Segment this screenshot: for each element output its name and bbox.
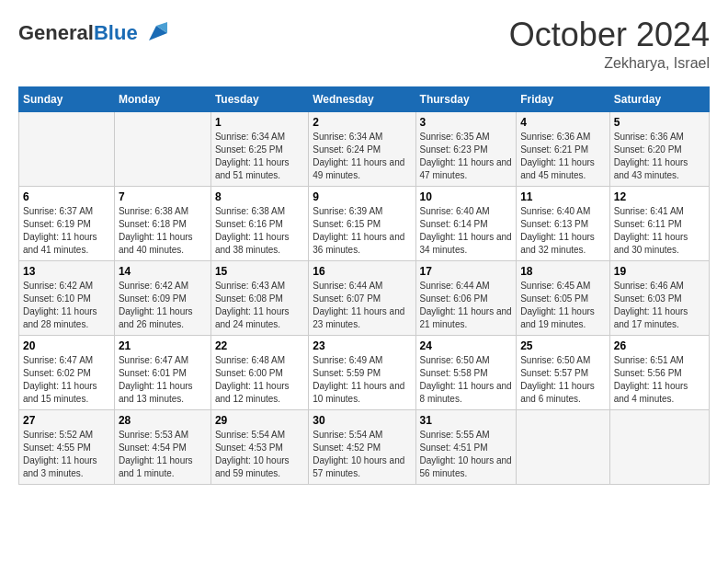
day-number: 27 bbox=[23, 414, 110, 427]
day-info: Sunrise: 6:41 AM Sunset: 6:11 PM Dayligh… bbox=[614, 205, 705, 257]
day-info: Sunrise: 6:51 AM Sunset: 5:56 PM Dayligh… bbox=[614, 354, 705, 406]
logo-general: General bbox=[18, 21, 94, 44]
day-number: 19 bbox=[614, 265, 705, 278]
day-info: Sunrise: 6:46 AM Sunset: 6:03 PM Dayligh… bbox=[614, 280, 705, 331]
calendar-cell: 26Sunrise: 6:51 AM Sunset: 5:56 PM Dayli… bbox=[609, 336, 709, 410]
logo-icon bbox=[142, 18, 171, 48]
calendar-cell: 17Sunrise: 6:44 AM Sunset: 6:06 PM Dayli… bbox=[415, 261, 517, 336]
weekday-header: Saturday bbox=[609, 87, 709, 112]
day-info: Sunrise: 6:43 AM Sunset: 6:08 PM Dayligh… bbox=[215, 280, 304, 331]
day-info: Sunrise: 6:42 AM Sunset: 6:09 PM Dayligh… bbox=[119, 280, 207, 331]
day-info: Sunrise: 6:48 AM Sunset: 6:00 PM Dayligh… bbox=[215, 354, 304, 406]
calendar-cell: 19Sunrise: 6:46 AM Sunset: 6:03 PM Dayli… bbox=[609, 261, 709, 336]
month-title: October 2024 bbox=[509, 18, 710, 52]
weekday-header: Sunday bbox=[19, 87, 115, 112]
day-number: 17 bbox=[420, 265, 513, 278]
day-number: 8 bbox=[215, 190, 304, 203]
weekday-header-row: SundayMondayTuesdayWednesdayThursdayFrid… bbox=[19, 87, 710, 112]
day-number: 4 bbox=[520, 116, 606, 129]
day-number: 13 bbox=[23, 265, 110, 278]
day-number: 7 bbox=[119, 190, 207, 203]
weekday-header: Monday bbox=[114, 87, 210, 112]
weekday-header: Wednesday bbox=[309, 87, 415, 112]
day-info: Sunrise: 6:47 AM Sunset: 6:02 PM Dayligh… bbox=[23, 354, 110, 406]
day-number: 21 bbox=[119, 339, 207, 352]
calendar-week-row: 27Sunrise: 5:52 AM Sunset: 4:55 PM Dayli… bbox=[19, 410, 710, 485]
day-number: 22 bbox=[215, 339, 304, 352]
day-number: 5 bbox=[614, 116, 705, 129]
day-info: Sunrise: 6:35 AM Sunset: 6:23 PM Dayligh… bbox=[420, 131, 513, 182]
location: Zekharya, Israel bbox=[509, 55, 710, 72]
day-info: Sunrise: 5:53 AM Sunset: 4:54 PM Dayligh… bbox=[119, 429, 207, 480]
calendar-cell: 6Sunrise: 6:37 AM Sunset: 6:19 PM Daylig… bbox=[19, 187, 115, 261]
calendar-cell: 1Sunrise: 6:34 AM Sunset: 6:25 PM Daylig… bbox=[210, 112, 308, 187]
calendar-cell bbox=[114, 112, 210, 187]
day-number: 12 bbox=[614, 190, 705, 203]
day-number: 25 bbox=[520, 339, 606, 352]
calendar-week-row: 6Sunrise: 6:37 AM Sunset: 6:19 PM Daylig… bbox=[19, 187, 710, 261]
calendar-week-row: 1Sunrise: 6:34 AM Sunset: 6:25 PM Daylig… bbox=[19, 112, 710, 187]
day-number: 15 bbox=[215, 265, 304, 278]
day-info: Sunrise: 6:39 AM Sunset: 6:15 PM Dayligh… bbox=[313, 205, 411, 257]
calendar-cell: 21Sunrise: 6:47 AM Sunset: 6:01 PM Dayli… bbox=[114, 336, 210, 410]
day-info: Sunrise: 6:40 AM Sunset: 6:14 PM Dayligh… bbox=[420, 205, 513, 257]
calendar-cell: 31Sunrise: 5:55 AM Sunset: 4:51 PM Dayli… bbox=[415, 410, 517, 485]
calendar-cell: 14Sunrise: 6:42 AM Sunset: 6:09 PM Dayli… bbox=[114, 261, 210, 336]
calendar-cell: 13Sunrise: 6:42 AM Sunset: 6:10 PM Dayli… bbox=[19, 261, 115, 336]
calendar-cell: 11Sunrise: 6:40 AM Sunset: 6:13 PM Dayli… bbox=[517, 187, 610, 261]
calendar-cell bbox=[19, 112, 115, 187]
day-info: Sunrise: 5:54 AM Sunset: 4:53 PM Dayligh… bbox=[215, 429, 304, 480]
calendar-cell: 3Sunrise: 6:35 AM Sunset: 6:23 PM Daylig… bbox=[415, 112, 517, 187]
day-number: 28 bbox=[119, 414, 207, 427]
calendar-cell: 28Sunrise: 5:53 AM Sunset: 4:54 PM Dayli… bbox=[114, 410, 210, 485]
day-number: 3 bbox=[420, 116, 513, 129]
day-info: Sunrise: 6:34 AM Sunset: 6:24 PM Dayligh… bbox=[313, 131, 411, 182]
calendar-cell: 29Sunrise: 5:54 AM Sunset: 4:53 PM Dayli… bbox=[210, 410, 308, 485]
day-info: Sunrise: 5:54 AM Sunset: 4:52 PM Dayligh… bbox=[313, 429, 411, 480]
calendar-cell: 4Sunrise: 6:36 AM Sunset: 6:21 PM Daylig… bbox=[517, 112, 610, 187]
day-info: Sunrise: 6:44 AM Sunset: 6:07 PM Dayligh… bbox=[313, 280, 411, 331]
page-header: GeneralBlue October 2024 Zekharya, Israe… bbox=[18, 18, 710, 72]
weekday-header: Thursday bbox=[415, 87, 517, 112]
day-number: 10 bbox=[420, 190, 513, 203]
day-info: Sunrise: 6:38 AM Sunset: 6:16 PM Dayligh… bbox=[215, 205, 304, 257]
title-block: October 2024 Zekharya, Israel bbox=[509, 18, 710, 72]
logo-text: GeneralBlue bbox=[18, 22, 138, 44]
calendar-table: SundayMondayTuesdayWednesdayThursdayFrid… bbox=[18, 86, 710, 485]
calendar-cell: 7Sunrise: 6:38 AM Sunset: 6:18 PM Daylig… bbox=[114, 187, 210, 261]
day-number: 11 bbox=[520, 190, 606, 203]
calendar-cell: 18Sunrise: 6:45 AM Sunset: 6:05 PM Dayli… bbox=[517, 261, 610, 336]
calendar-cell: 5Sunrise: 6:36 AM Sunset: 6:20 PM Daylig… bbox=[609, 112, 709, 187]
logo: GeneralBlue bbox=[18, 18, 171, 48]
day-number: 26 bbox=[614, 339, 705, 352]
weekday-header: Tuesday bbox=[210, 87, 308, 112]
calendar-cell: 24Sunrise: 6:50 AM Sunset: 5:58 PM Dayli… bbox=[415, 336, 517, 410]
calendar-cell: 2Sunrise: 6:34 AM Sunset: 6:24 PM Daylig… bbox=[309, 112, 415, 187]
day-info: Sunrise: 5:52 AM Sunset: 4:55 PM Dayligh… bbox=[23, 429, 110, 480]
day-info: Sunrise: 6:38 AM Sunset: 6:18 PM Dayligh… bbox=[119, 205, 207, 257]
calendar-week-row: 13Sunrise: 6:42 AM Sunset: 6:10 PM Dayli… bbox=[19, 261, 710, 336]
calendar-cell: 25Sunrise: 6:50 AM Sunset: 5:57 PM Dayli… bbox=[517, 336, 610, 410]
day-info: Sunrise: 6:44 AM Sunset: 6:06 PM Dayligh… bbox=[420, 280, 513, 331]
calendar-cell: 20Sunrise: 6:47 AM Sunset: 6:02 PM Dayli… bbox=[19, 336, 115, 410]
day-number: 23 bbox=[313, 339, 411, 352]
day-number: 20 bbox=[23, 339, 110, 352]
calendar-cell: 10Sunrise: 6:40 AM Sunset: 6:14 PM Dayli… bbox=[415, 187, 517, 261]
day-number: 6 bbox=[23, 190, 110, 203]
calendar-cell: 30Sunrise: 5:54 AM Sunset: 4:52 PM Dayli… bbox=[309, 410, 415, 485]
day-info: Sunrise: 6:50 AM Sunset: 5:57 PM Dayligh… bbox=[520, 354, 606, 406]
day-number: 1 bbox=[215, 116, 304, 129]
calendar-cell bbox=[517, 410, 610, 485]
day-info: Sunrise: 6:37 AM Sunset: 6:19 PM Dayligh… bbox=[23, 205, 110, 257]
day-number: 31 bbox=[420, 414, 513, 427]
day-info: Sunrise: 6:42 AM Sunset: 6:10 PM Dayligh… bbox=[23, 280, 110, 331]
day-number: 9 bbox=[313, 190, 411, 203]
calendar-cell: 12Sunrise: 6:41 AM Sunset: 6:11 PM Dayli… bbox=[609, 187, 709, 261]
calendar-cell: 27Sunrise: 5:52 AM Sunset: 4:55 PM Dayli… bbox=[19, 410, 115, 485]
calendar-cell: 8Sunrise: 6:38 AM Sunset: 6:16 PM Daylig… bbox=[210, 187, 308, 261]
day-info: Sunrise: 6:36 AM Sunset: 6:20 PM Dayligh… bbox=[614, 131, 705, 182]
day-info: Sunrise: 6:50 AM Sunset: 5:58 PM Dayligh… bbox=[420, 354, 513, 406]
logo-blue: Blue bbox=[94, 21, 138, 44]
day-number: 30 bbox=[313, 414, 411, 427]
day-info: Sunrise: 6:49 AM Sunset: 5:59 PM Dayligh… bbox=[313, 354, 411, 406]
